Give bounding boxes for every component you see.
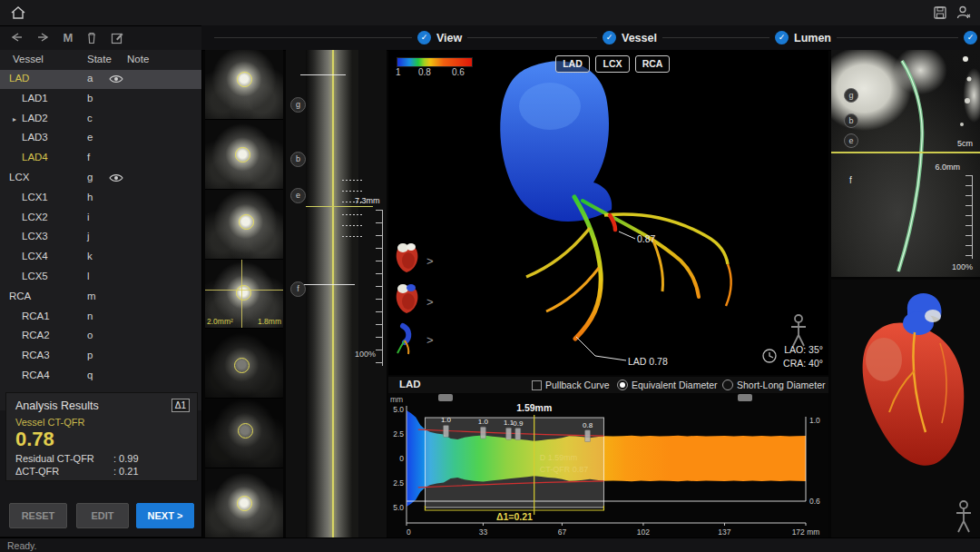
- colorbar-tick-1: 1: [396, 67, 401, 77]
- vessel-row-rca3[interactable]: RCA3p: [0, 347, 201, 366]
- tab-label: Lumen: [794, 32, 831, 44]
- cpr-ruler: [965, 175, 973, 259]
- vessel-row-rca[interactable]: RCAm: [0, 288, 201, 307]
- vessel-row-lad4[interactable]: LAD4f: [0, 149, 201, 168]
- lad-button[interactable]: LAD: [555, 55, 590, 73]
- svg-text:1.59mm: 1.59mm: [516, 402, 552, 413]
- chevron-right-icon[interactable]: >: [426, 295, 434, 309]
- straightened-vessel-view[interactable]: 7.3mm 100% gbef: [286, 50, 387, 537]
- svg-text:5.0: 5.0: [393, 405, 404, 414]
- lcx-button[interactable]: LCX: [595, 55, 630, 73]
- undo-icon[interactable]: [9, 30, 25, 46]
- section-marker-line: [304, 284, 355, 285]
- coronary-3d-view[interactable]: 1 0.8 0.6 LAD LCX RCA > > > 0.87 LAD 0.7…: [388, 50, 828, 375]
- heart-preset-aorta[interactable]: [397, 284, 418, 313]
- vessel-row-lad3[interactable]: LAD3e: [0, 129, 201, 148]
- range-handle[interactable]: [738, 394, 752, 401]
- vessel-name: LAD3: [22, 132, 48, 143]
- vessel-state: b: [87, 93, 93, 104]
- qfr-marker[interactable]: [515, 429, 521, 440]
- svg-text:67: 67: [558, 527, 567, 537]
- clock-icon[interactable]: [763, 350, 776, 362]
- residual-qfr-row: Residual CT-QFR: 0.99: [15, 453, 188, 464]
- vessel-row-lcx2[interactable]: LCX2i: [0, 209, 201, 228]
- eye-icon[interactable]: [109, 74, 123, 84]
- home-icon[interactable]: [9, 4, 27, 22]
- rca-button[interactable]: RCA: [635, 55, 670, 73]
- qfr-marker[interactable]: [585, 430, 591, 442]
- eye-icon[interactable]: [109, 172, 123, 183]
- cra-angle: CRA: 40°: [783, 358, 823, 369]
- colorbar-tick-06: 0.6: [452, 67, 465, 77]
- vessel-row-lcx5[interactable]: LCX5l: [0, 268, 201, 287]
- vessel-name: LCX5: [22, 271, 48, 281]
- col-vessel: Vessel: [13, 54, 44, 64]
- app-window: M Vessel State Note LADaLAD1b▸LAD2cLAD3e…: [0, 0, 980, 552]
- section-position-line[interactable]: [831, 152, 980, 153]
- svg-text:0: 0: [407, 527, 411, 537]
- cross-section-thumbnail-1[interactable]: [205, 50, 283, 119]
- vessel-row-rca4[interactable]: RCA4q: [0, 367, 201, 386]
- cross-section-thumbnail-4[interactable]: 2.0mm²1.8mm: [205, 260, 283, 329]
- marker-m-icon[interactable]: M: [60, 30, 76, 46]
- next-button[interactable]: NEXT >: [136, 503, 194, 528]
- save-icon[interactable]: [931, 4, 949, 22]
- tab-vessel[interactable]: ✓Vessel: [597, 30, 662, 45]
- tick-dashes: [342, 225, 362, 226]
- delete-icon[interactable]: [83, 30, 100, 46]
- qfr-marker[interactable]: [480, 427, 485, 439]
- cross-section-thumbnail-6[interactable]: [205, 399, 283, 468]
- chevron-right-icon[interactable]: >: [426, 333, 434, 347]
- vessel-row-lcx[interactable]: LCXg: [0, 169, 201, 188]
- cross-section-thumbnail-2[interactable]: [205, 120, 283, 189]
- vessel-state: g: [87, 172, 93, 182]
- radio-off-icon[interactable]: [722, 380, 733, 390]
- checkbox-icon[interactable]: [532, 380, 542, 390]
- tab-adjustment[interactable]: ✓Adjustment: [958, 30, 980, 45]
- chevron-right-icon[interactable]: >: [426, 254, 434, 268]
- vessel-row-lad1[interactable]: LAD1b: [0, 90, 201, 109]
- col-state: State: [87, 54, 112, 64]
- tab-view[interactable]: ✓View: [412, 30, 467, 45]
- vessel-qfr-label: Vessel CT-QFR: [15, 417, 84, 428]
- cross-section-thumbnail-7[interactable]: [205, 468, 283, 537]
- vessel-name: LAD2: [22, 113, 48, 123]
- reset-button[interactable]: RESET: [9, 503, 67, 528]
- tab-lumen[interactable]: ✓Lumen: [769, 30, 837, 45]
- vessel-row-lcx4[interactable]: LCX4k: [0, 248, 201, 267]
- vessel-state: o: [87, 330, 93, 340]
- pullback-chart[interactable]: mm5.02.502.55.01.00.603367102137172 mm1.…: [388, 393, 828, 537]
- equivalent-diameter-radio[interactable]: Equivalent Diameter: [617, 380, 718, 390]
- edit-button[interactable]: EDIT: [76, 503, 129, 528]
- heart-3d-view[interactable]: [831, 280, 980, 537]
- edit-toolbar: M: [0, 26, 201, 50]
- qfr-marker[interactable]: [506, 428, 512, 439]
- zoom-label: 100%: [355, 350, 376, 359]
- user-logout-icon[interactable]: [955, 4, 973, 22]
- svg-text:Δ1=0.21: Δ1=0.21: [496, 511, 533, 522]
- qfr-marker[interactable]: [443, 425, 448, 437]
- cpr-view[interactable]: g b e f 5cm 6.0mm 100%: [831, 50, 980, 277]
- vessel-row-rca2[interactable]: RCA2o: [0, 327, 201, 346]
- range-handle[interactable]: [438, 394, 453, 401]
- svg-text:5.0: 5.0: [393, 503, 404, 512]
- heart-preset-tree[interactable]: [397, 326, 408, 354]
- body-orientation-icon: [956, 501, 971, 532]
- vessel-row-lad2[interactable]: ▸LAD2c: [0, 110, 201, 129]
- expand-arrow-icon[interactable]: ▸: [13, 115, 16, 123]
- distal-qfr-annotation: LAD 0.78: [628, 356, 668, 367]
- radio-on-icon[interactable]: [617, 380, 628, 390]
- vessel-state: j: [87, 231, 90, 242]
- vessel-row-lad[interactable]: LADa: [0, 70, 201, 89]
- heart-preset-full[interactable]: [397, 243, 418, 272]
- short-long-diameter-radio[interactable]: Short-Long Diameter: [722, 380, 825, 390]
- workflow-stepper: ✓View✓Vessel✓Lumen✓Adjustment✓CT-QFR✓Rep…: [201, 25, 980, 51]
- pullback-curve-toggle[interactable]: Pullback Curve: [532, 380, 610, 390]
- vessel-row-rca1[interactable]: RCA1n: [0, 308, 201, 327]
- cross-section-thumbnail-3[interactable]: [205, 190, 283, 259]
- cross-section-thumbnail-5[interactable]: [205, 329, 283, 398]
- redo-icon[interactable]: [34, 30, 51, 46]
- vessel-row-lcx3[interactable]: LCX3j: [0, 228, 201, 247]
- vessel-row-lcx1[interactable]: LCX1h: [0, 189, 201, 208]
- edit-note-icon[interactable]: [109, 30, 125, 46]
